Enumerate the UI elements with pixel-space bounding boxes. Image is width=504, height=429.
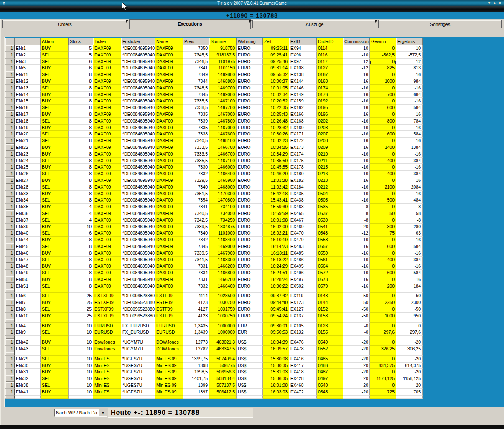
cell-commissions[interactable]: -16	[343, 151, 370, 158]
cell-name[interactable]: Min ES 09	[155, 356, 183, 363]
cell-orderid[interactable]: 0564	[317, 263, 343, 270]
cell-gewinn[interactable]: 600	[370, 105, 396, 111]
cell-exid[interactable]: EX138	[289, 72, 317, 78]
cell-enr[interactable]: ENr23	[15, 151, 41, 158]
cell-rownum[interactable]: 1	[5, 329, 15, 336]
cell-foxticker[interactable]: *DE0084695940	[121, 85, 155, 92]
cell-name[interactable]: DAXF09	[155, 237, 183, 243]
cell-aktion[interactable]: BUY	[41, 323, 69, 329]
cell-ergebnis[interactable]: 950	[396, 313, 423, 319]
column-header-summe[interactable]: Summe	[209, 38, 237, 45]
cell-gewinn[interactable]: 0	[370, 72, 396, 78]
cell-enr[interactable]: ENr2	[15, 52, 41, 59]
cell-waehrung[interactable]: EURO	[237, 210, 263, 217]
cell-ergebnis[interactable]: -20	[396, 382, 423, 389]
cell-name[interactable]: DAXF09	[155, 283, 183, 290]
cell-exid[interactable]: EX169	[289, 125, 317, 131]
cell-zeit[interactable]: 15:43:41	[263, 197, 289, 204]
cell-preis[interactable]: 7339,5	[183, 250, 209, 257]
cell-preis[interactable]: 7331	[183, 263, 209, 270]
cell-ticker[interactable]: DowJones	[93, 339, 121, 346]
cell-ergebnis[interactable]: 584	[396, 243, 423, 250]
cell-foxticker[interactable]: *DE0084695940	[121, 257, 155, 263]
cell-ergebnis[interactable]: 184	[396, 283, 423, 290]
cell-gewinn[interactable]: 0	[370, 45, 396, 52]
cell-preis[interactable]: 7329,5	[183, 177, 209, 184]
cell-aktion[interactable]: BUY	[41, 276, 69, 283]
cell-preis[interactable]: 12782	[183, 346, 209, 352]
cell-foxticker[interactable]: *DE0084695940	[121, 52, 155, 59]
cell-zeit[interactable]: 09:25:46	[263, 59, 289, 65]
cell-exid[interactable]: EX97	[289, 59, 317, 65]
cell-summe[interactable]: 1467900	[209, 250, 237, 257]
cell-ergebnis[interactable]: -20	[396, 356, 423, 363]
cell-rownum[interactable]: 1	[5, 369, 15, 375]
cell-commissions[interactable]	[343, 336, 370, 339]
cell-exid[interactable]	[289, 319, 317, 323]
cell-gewinn[interactable]: 0	[370, 323, 396, 329]
cell-preis[interactable]: 1397	[183, 389, 209, 396]
cell-rownum[interactable]: 1	[5, 204, 15, 210]
cell-summe[interactable]: 1466400	[209, 171, 237, 177]
cell-zeit[interactable]: 16:04:39	[263, 339, 289, 346]
cell-name[interactable]: DAXF09	[155, 184, 183, 191]
cell-orderid[interactable]: 0128	[317, 323, 343, 329]
cell-orderid[interactable]: 0207	[317, 131, 343, 138]
cell-preis[interactable]: 7335	[183, 111, 209, 118]
cell-zeit[interactable]	[263, 352, 289, 356]
cell-zeit[interactable]: 10:02:34	[263, 92, 289, 98]
cell-stueck[interactable]: 10	[69, 323, 93, 329]
cell-waehrung[interactable]: US$	[237, 382, 263, 389]
cell-preis[interactable]: 7349	[183, 72, 209, 78]
cell-orderid[interactable]	[317, 396, 343, 399]
cell-waehrung[interactable]: EURO	[237, 313, 263, 319]
cell-summe[interactable]: 1466800	[209, 270, 237, 276]
cell-summe[interactable]: 1467000	[209, 125, 237, 131]
cell-enr[interactable]: ENr48	[15, 263, 41, 270]
cell-rownum[interactable]: 1	[5, 283, 15, 290]
cell-stueck[interactable]: 8	[69, 111, 93, 118]
cell-gewinn[interactable]: 75	[370, 230, 396, 237]
cell-orderid[interactable]: 0561	[317, 257, 343, 263]
cell-summe[interactable]: 918187,5	[209, 52, 237, 59]
cell-enr[interactable]: ENr1	[15, 45, 41, 52]
cell-exid[interactable]: EX486	[289, 257, 317, 263]
cell-exid[interactable]: EX438	[289, 197, 317, 204]
cell-zeit[interactable]: 10:01:05	[263, 85, 289, 92]
cell-name[interactable]: Min ES 09	[155, 389, 183, 396]
cell-gewinn[interactable]: 300	[370, 224, 396, 230]
cell-rownum[interactable]: 1	[5, 299, 15, 306]
cell-rownum[interactable]: 1	[5, 105, 15, 111]
cell-ergebnis[interactable]: -16	[396, 164, 423, 171]
cell-enr[interactable]: ENr42	[15, 339, 41, 346]
cell-ticker[interactable]: DAXF09	[93, 144, 121, 151]
cell-rownum[interactable]: 1	[5, 224, 15, 230]
cell-enr[interactable]: ENr37	[15, 217, 41, 224]
cell-zeit[interactable]: 09:30:01	[263, 323, 289, 329]
cell-rownum[interactable]: 1	[5, 217, 15, 224]
cell-aktion[interactable]: SEL	[41, 138, 69, 144]
cell-aktion[interactable]: SEL	[41, 356, 69, 363]
cell-summe[interactable]: 1467000	[209, 111, 237, 118]
cell-summe[interactable]: 1470300	[209, 191, 237, 197]
cell-orderid[interactable]: 0559	[317, 250, 343, 257]
cell-stueck[interactable]: 8	[69, 72, 93, 78]
cell-gewinn[interactable]: 0	[370, 276, 396, 283]
cell-gewinn[interactable]: 0	[370, 263, 396, 270]
cell-ergebnis[interactable]: 684	[396, 92, 423, 98]
cell-ticker[interactable]: DAXF09	[93, 164, 121, 171]
cell-ticker[interactable]: DAXF09	[93, 217, 121, 224]
cell-waehrung[interactable]	[237, 336, 263, 339]
cell-zeit[interactable]: 10:26:48	[263, 118, 289, 125]
cell-aktion[interactable]: SEL	[41, 158, 69, 164]
cell-exid[interactable]: EX497	[289, 276, 317, 283]
cell-zeit[interactable]: 09:31:14	[263, 65, 289, 72]
cell-ticker[interactable]: DAXF09	[93, 171, 121, 177]
cell-rownum[interactable]: 1	[5, 144, 15, 151]
cell-summe[interactable]: 1470800	[209, 197, 237, 204]
cell-summe[interactable]: 506412,5	[209, 389, 237, 396]
cell-foxticker[interactable]	[121, 289, 155, 293]
cell-ticker[interactable]: Mini ES	[93, 375, 121, 382]
cell-commissions[interactable]: -16	[343, 270, 370, 276]
cell-aktion[interactable]: BUY	[41, 144, 69, 151]
